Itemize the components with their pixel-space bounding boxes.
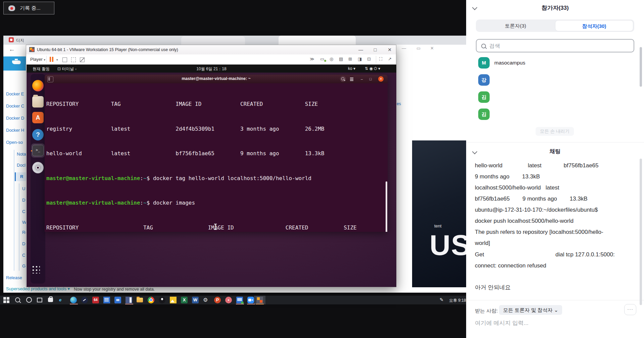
browser-tab[interactable]	[181, 36, 245, 45]
keyboard-layout-indicator[interactable]: ko ▾	[348, 66, 355, 71]
chat-more-button[interactable]: ···	[624, 304, 636, 315]
help-icon[interactable]: ?	[32, 129, 44, 140]
page-link-fragment[interactable]: es	[397, 101, 401, 106]
cortana-icon[interactable]	[26, 297, 32, 303]
sidebar-sublink-docker[interactable]: Docl	[17, 163, 26, 168]
avatar[interactable]: M	[478, 57, 490, 69]
vmware-maximize-button[interactable]: □	[368, 45, 382, 54]
start-button-icon[interactable]	[3, 297, 10, 303]
task-view-icon[interactable]	[37, 298, 42, 302]
mail-icon[interactable]: ✉	[114, 297, 121, 303]
browser-back-button[interactable]: ←	[9, 46, 15, 53]
app-64-icon[interactable]: 64	[92, 297, 99, 303]
suspend-vm-button[interactable]	[50, 57, 54, 62]
sidebar-link-docker-c[interactable]: Docker C	[6, 103, 24, 109]
avatar[interactable]: 김	[478, 91, 490, 103]
recording-indicator[interactable]: 기록 중...	[3, 2, 54, 14]
hard-disk-icon[interactable]: ▭	[320, 56, 324, 61]
cd-rom-icon[interactable]: ◎	[330, 56, 333, 61]
send-to-dropdown[interactable]: 모든 토론자 및 참석자 ⌄	[499, 305, 562, 315]
browser-tab-label[interactable]: 디지	[16, 38, 24, 43]
terminal-maximize-button[interactable]: □	[367, 76, 374, 82]
edge-icon[interactable]	[70, 297, 77, 303]
terminal-menu-icon[interactable]	[349, 76, 355, 82]
sidebar-link-docker-d[interactable]: Docker D	[6, 116, 24, 121]
terminal-icon[interactable]: >_	[32, 145, 44, 156]
sidebar-sublink-notary[interactable]: Nota	[17, 152, 26, 157]
file-explorer-icon[interactable]	[137, 298, 143, 302]
browser-tab[interactable]	[279, 36, 356, 45]
fullscreen-icon[interactable]: ⛶	[379, 56, 382, 62]
excel-icon[interactable]: X	[181, 297, 188, 303]
ubuntu-clock[interactable]: 10월 6일 21：18	[27, 66, 396, 72]
sidebar-active-item[interactable]: R	[20, 174, 23, 179]
chat-message-input[interactable]: 여기에 메시지 입력...	[475, 319, 529, 327]
word-icon[interactable]: W	[192, 297, 199, 303]
terminal-titlebar[interactable]: master@master-virtual-machine: ~ – □ ×	[45, 75, 388, 83]
notes-app-icon[interactable]	[103, 297, 110, 303]
suspend-caret[interactable]: ▾	[56, 58, 58, 61]
sidebar-deep-link[interactable]: D	[22, 241, 25, 246]
tab-panelists[interactable]: 토론자(3)	[476, 19, 555, 32]
browser-minimize-button[interactable]: —	[402, 46, 406, 51]
remote-app-icon[interactable]: ●	[225, 297, 232, 303]
terminal-close-button[interactable]: ×	[378, 76, 384, 82]
sidebar-deep-link[interactable]: G	[22, 263, 26, 268]
vmware-minimize-button[interactable]: —	[354, 45, 368, 54]
internet-explorer-icon[interactable]: e	[59, 297, 66, 303]
chat-scrollbar[interactable]	[640, 159, 642, 305]
unity-icon[interactable]: ↗	[388, 56, 392, 61]
photos-icon[interactable]	[170, 297, 177, 303]
enter-fullscreen-icon[interactable]	[71, 57, 76, 62]
terminal-search-icon[interactable]	[340, 76, 346, 82]
sidebar-link-open-source[interactable]: Open-so	[6, 140, 23, 145]
show-devices-icon[interactable]: ≫	[310, 56, 314, 61]
sidebar-deep-link[interactable]: U	[22, 186, 25, 191]
system-tray-icons[interactable]: ⇅ ◉ ⏻ ▾	[365, 66, 380, 71]
sound-icon[interactable]: ⊡	[367, 56, 371, 61]
terminal-scrollbar[interactable]	[386, 181, 387, 232]
avatar[interactable]: 김	[478, 109, 490, 120]
store-icon[interactable]	[48, 298, 53, 302]
vmware-close-button[interactable]: ✕	[383, 45, 397, 54]
tab-attendees[interactable]: 참석자(30)	[555, 20, 633, 31]
display-icon[interactable]: ◨	[358, 56, 362, 61]
participants-scrollbar[interactable]	[640, 47, 642, 87]
sidebar-link-docker-h[interactable]: Docker H	[6, 128, 24, 133]
dvd-icon[interactable]	[32, 162, 44, 173]
chrome-icon[interactable]	[148, 297, 154, 303]
show-applications-icon[interactable]	[31, 265, 40, 273]
gauge-app-icon[interactable]	[81, 297, 88, 303]
sidebar-deep-link[interactable]: C	[22, 253, 25, 258]
sidebar-deep-link[interactable]: C	[22, 209, 25, 214]
avatar[interactable]: 강	[478, 74, 490, 86]
sidebar-link-docker-e[interactable]: Docker E	[6, 91, 24, 96]
participant-search-input[interactable]: 검색	[476, 39, 634, 52]
pin-app-icon[interactable]	[159, 297, 165, 303]
lower-all-hands-button[interactable]: 모든 손 내리기	[536, 127, 574, 136]
pc-app-icon[interactable]	[236, 297, 243, 303]
vmware-titlebar[interactable]: Ubuntu 64-bit 1 - VMware Workstation 15 …	[26, 45, 396, 54]
settings-gear-icon[interactable]: ⚙	[203, 297, 210, 303]
taskbar-clock[interactable]: 오후 9:18	[449, 298, 466, 303]
enter-unity-icon[interactable]	[80, 57, 85, 62]
network-adapter-icon[interactable]: ▤	[339, 56, 343, 61]
firefox-icon[interactable]	[32, 80, 44, 91]
windows-ink-icon[interactable]: ✎	[440, 297, 444, 302]
printer-icon[interactable]: ⊞	[348, 56, 352, 61]
search-icon[interactable]	[15, 297, 20, 302]
player-menu[interactable]: Player ▾	[30, 57, 45, 62]
zoom-app-icon[interactable]	[247, 297, 254, 303]
sidebar-link-release[interactable]: Release	[6, 275, 22, 280]
browser-maximize-button[interactable]: ▭	[416, 46, 420, 51]
terminal-body[interactable]: REPOSITORY TAG IMAGE ID CREATED SIZE reg…	[45, 83, 388, 232]
browser-close-button[interactable]: ✕	[430, 46, 434, 51]
powerpoint-icon[interactable]: P	[214, 297, 221, 303]
ubuntu-software-icon[interactable]: A	[32, 112, 44, 123]
send-ctrl-alt-del-icon[interactable]	[62, 57, 67, 62]
onenote-icon[interactable]	[126, 297, 132, 303]
vmware-taskbar-icon[interactable]	[256, 297, 263, 303]
sidebar-deep-link[interactable]: D	[22, 198, 25, 203]
terminal-minimize-button[interactable]: –	[359, 76, 365, 82]
files-icon[interactable]	[32, 96, 44, 108]
